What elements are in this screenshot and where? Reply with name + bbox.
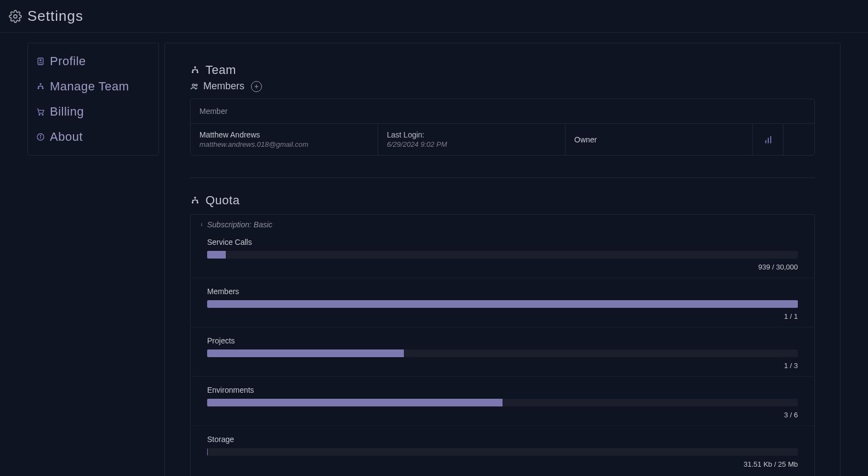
team-section-title: Team <box>190 63 815 77</box>
svg-point-23 <box>197 202 198 203</box>
sidebar-item-label: Profile <box>50 54 86 68</box>
quota-item: Projects 1 / 3 <box>191 328 814 377</box>
member-login-cell: Last Login: 6/29/2024 9:02 PM <box>378 124 566 155</box>
quota-item: Environments 3 / 6 <box>191 377 814 426</box>
quota-section-label: Quota <box>205 193 239 208</box>
member-stats-button[interactable] <box>753 124 784 155</box>
users-icon <box>190 82 199 91</box>
member-role-cell: Owner <box>566 124 753 155</box>
svg-point-4 <box>38 88 39 89</box>
sidebar-item-about[interactable]: About <box>28 124 158 150</box>
svg-point-14 <box>192 84 195 86</box>
sidebar-item-label: Billing <box>50 105 84 119</box>
team-section-label: Team <box>205 63 236 77</box>
svg-point-13 <box>197 71 198 73</box>
last-login-value: 6/29/2024 9:02 PM <box>387 140 556 148</box>
svg-point-2 <box>40 60 42 61</box>
subscription-label: Subscription: Basic <box>207 220 272 229</box>
info-small-icon <box>199 221 204 228</box>
sidebar-item-profile[interactable]: Profile <box>28 49 158 74</box>
members-label: Members <box>203 81 244 92</box>
quota-item-value: 31.51 Kb / 25 Mb <box>207 460 798 468</box>
quota-bar <box>207 399 798 406</box>
svg-point-10 <box>40 135 41 136</box>
org-icon <box>190 65 200 75</box>
cart-icon <box>36 107 45 117</box>
member-email: matthew.andrews.018@gmail.com <box>199 140 369 148</box>
quota-item-value: 939 / 30,000 <box>207 263 798 271</box>
quota-bar-fill <box>207 251 226 259</box>
svg-rect-25 <box>202 224 202 226</box>
quota-item: Service Calls 939 / 30,000 <box>191 229 814 278</box>
svg-point-15 <box>196 84 197 85</box>
section-divider <box>190 177 815 178</box>
info-icon <box>36 132 45 142</box>
svg-point-21 <box>194 197 196 198</box>
members-table: Member Matthew Andrews matthew.andrews.0… <box>190 99 815 156</box>
quota-item: Storage 31.51 Kb / 25 Mb <box>191 426 814 475</box>
org-icon <box>190 196 200 205</box>
page-header: Settings <box>0 0 868 33</box>
gear-icon <box>9 10 22 23</box>
quota-item-label: Storage <box>207 435 798 444</box>
svg-point-24 <box>201 223 202 223</box>
quota-bar <box>207 448 798 456</box>
add-member-button[interactable] <box>251 81 262 92</box>
id-card-icon <box>36 56 45 66</box>
svg-point-11 <box>194 66 196 68</box>
quota-bar-fill <box>207 349 404 357</box>
quota-item-label: Environments <box>207 386 798 394</box>
svg-point-0 <box>14 15 17 18</box>
quota-item: Members 1 / 1 <box>191 278 814 328</box>
svg-point-7 <box>42 114 43 115</box>
bar-chart-icon <box>763 135 773 145</box>
member-identity-cell: Matthew Andrews matthew.andrews.018@gmai… <box>191 124 378 155</box>
svg-point-3 <box>40 83 42 85</box>
sidebar-item-label: Manage Team <box>50 79 129 94</box>
member-role: Owner <box>574 135 744 144</box>
sidebar-item-billing[interactable]: Billing <box>28 99 158 124</box>
quota-bar <box>207 251 798 259</box>
member-row: Matthew Andrews matthew.andrews.018@gmai… <box>191 124 814 155</box>
sidebar-item-manage-team[interactable]: Manage Team <box>28 74 158 99</box>
quota-item-value: 1 / 1 <box>207 312 798 320</box>
quota-bar-fill <box>207 399 502 406</box>
svg-point-12 <box>192 71 193 73</box>
last-login-label: Last Login: <box>387 130 556 139</box>
page-title: Settings <box>27 8 83 25</box>
members-subtitle: Members <box>190 81 244 92</box>
quota-item-value: 1 / 3 <box>207 362 798 370</box>
quota-item-label: Service Calls <box>207 238 798 246</box>
svg-point-5 <box>42 88 44 89</box>
quota-section-title: Quota <box>190 193 815 208</box>
svg-point-6 <box>39 114 40 115</box>
member-name: Matthew Andrews <box>199 130 369 139</box>
quota-item-value: 3 / 6 <box>207 411 798 419</box>
quota-box: Subscription: Basic Service Calls 939 / … <box>190 214 815 476</box>
sidebar-item-label: About <box>50 130 83 144</box>
subscription-label-row: Subscription: Basic <box>191 218 814 229</box>
quota-bar-fill <box>207 448 208 456</box>
member-actions-cell[interactable] <box>784 124 814 155</box>
quota-bar <box>207 300 798 308</box>
main-panel: Team Members Member Matthew Andrews matt… <box>164 43 841 476</box>
org-icon <box>36 82 45 91</box>
settings-sidebar: Profile Manage Team Billing About <box>27 43 159 156</box>
svg-point-22 <box>192 202 193 203</box>
quota-item-label: Projects <box>207 336 798 345</box>
quota-bar <box>207 349 798 357</box>
quota-bar-fill <box>207 300 798 308</box>
members-table-header: Member <box>191 99 814 124</box>
quota-item-label: Members <box>207 287 798 296</box>
